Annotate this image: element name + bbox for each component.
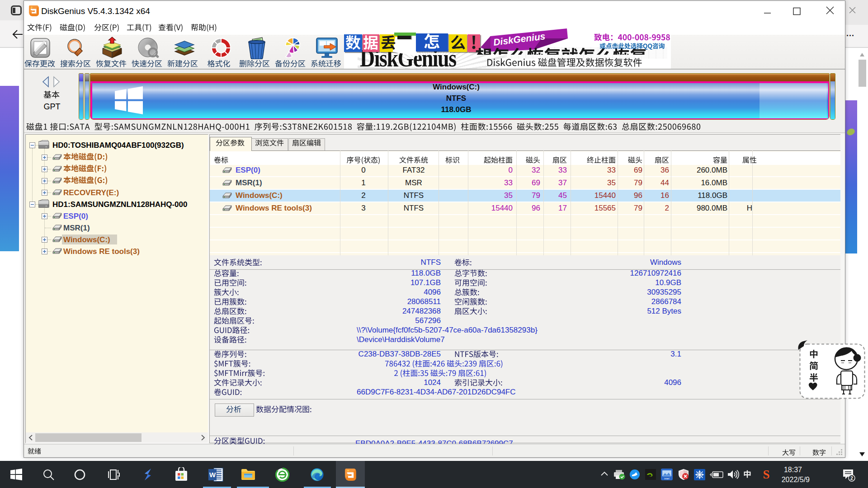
svg-text:2: 2 (850, 475, 853, 481)
svg-text:intel: intel (664, 477, 669, 480)
svg-text:W: W (209, 471, 216, 479)
